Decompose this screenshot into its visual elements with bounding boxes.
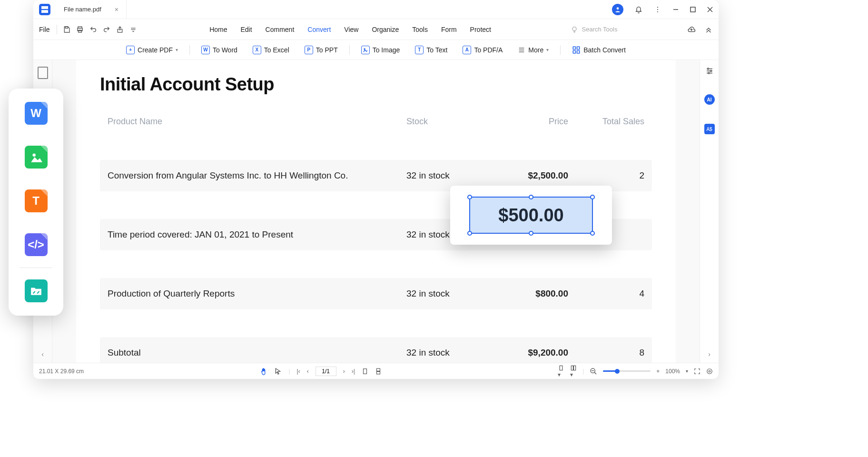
convert-to-text-icon[interactable]: T xyxy=(25,189,48,212)
print-icon[interactable] xyxy=(73,23,87,36)
last-page-icon[interactable]: ›| xyxy=(352,368,355,375)
col-header-stock: Stock xyxy=(406,117,483,127)
window-controls xyxy=(612,4,713,15)
chevron-down-icon[interactable]: ▾ xyxy=(686,368,688,374)
ribbon-tabs: Home Edit Comment Convert View Organize … xyxy=(209,26,491,33)
continuous-page-icon[interactable] xyxy=(375,368,382,375)
create-pdf-button[interactable]: + Create PDF ▾ xyxy=(122,44,182,56)
hand-tool-icon[interactable] xyxy=(260,368,267,375)
redo-icon[interactable] xyxy=(100,23,113,36)
minimize-icon[interactable] xyxy=(673,7,679,12)
search-tools-placeholder: Search Tools xyxy=(582,26,618,33)
to-ppt-label: To PPT xyxy=(316,46,338,54)
batch-folder-icon[interactable] xyxy=(25,279,48,302)
properties-icon[interactable] xyxy=(705,67,714,75)
cloud-upload-icon[interactable] xyxy=(687,25,696,34)
view-mode-2-icon[interactable]: ▾ xyxy=(570,365,577,378)
close-window-icon[interactable] xyxy=(707,7,713,12)
tab-edit[interactable]: Edit xyxy=(240,26,252,33)
selected-text-box[interactable]: $500.00 xyxy=(469,197,593,234)
table-header: Product Name Stock Price Total Sales xyxy=(100,111,652,132)
translate-badge-icon[interactable]: A$ xyxy=(704,124,715,134)
resize-handle-icon[interactable] xyxy=(467,231,472,236)
search-tools-field[interactable]: Search Tools xyxy=(571,26,618,33)
collapse-left-icon[interactable]: ‹ xyxy=(41,350,44,358)
tab-protect[interactable]: Protect xyxy=(470,26,491,33)
to-word-button[interactable]: W To Word xyxy=(197,44,241,56)
resize-handle-icon[interactable] xyxy=(467,195,472,199)
to-image-label: To Image xyxy=(373,46,400,54)
single-page-icon[interactable] xyxy=(362,368,368,375)
fullscreen-icon[interactable] xyxy=(694,368,700,375)
lightbulb-icon xyxy=(571,26,578,33)
save-icon[interactable] xyxy=(60,23,73,36)
cell-price: $2,500.00 xyxy=(483,170,568,181)
batch-convert-button[interactable]: Batch Convert xyxy=(568,44,630,56)
resize-handle-icon[interactable] xyxy=(590,195,595,199)
kebab-menu-icon[interactable] xyxy=(654,6,661,13)
page-number-input[interactable] xyxy=(316,367,336,376)
table-row: Subtotal 32 in stock $9,200.00 8 xyxy=(100,337,652,363)
zoom-in-icon[interactable]: + xyxy=(656,368,660,375)
tab-form[interactable]: Form xyxy=(441,26,457,33)
document-tab[interactable]: File name.pdf × xyxy=(56,0,127,19)
expand-right-icon[interactable]: › xyxy=(708,350,710,358)
prev-page-icon[interactable]: ‹ xyxy=(307,368,309,375)
to-text-button[interactable]: T To Text xyxy=(411,44,451,56)
page-dimensions: 21.01 X 29.69 cm xyxy=(39,368,84,375)
to-pdfa-button[interactable]: A To PDF/A xyxy=(459,44,506,56)
zoom-slider[interactable] xyxy=(603,370,651,372)
notifications-icon[interactable] xyxy=(635,6,642,13)
cell-name: Conversion from Angular Systems Inc. to … xyxy=(108,170,406,181)
to-excel-button[interactable]: X To Excel xyxy=(249,44,293,56)
svg-point-31 xyxy=(708,72,710,74)
svg-rect-34 xyxy=(376,371,380,374)
svg-point-29 xyxy=(710,70,711,72)
undo-icon[interactable] xyxy=(87,23,100,36)
app-window: File name.pdf × File Home Edit Comment C… xyxy=(33,0,719,379)
tab-organize[interactable]: Organize xyxy=(372,26,399,33)
convert-to-html-icon[interactable]: </> xyxy=(25,233,48,256)
svg-rect-10 xyxy=(65,27,68,28)
user-avatar-icon[interactable] xyxy=(612,4,623,15)
more-button[interactable]: More ▾ xyxy=(514,44,552,56)
tab-tools[interactable]: Tools xyxy=(412,26,428,33)
convert-to-word-icon[interactable]: W xyxy=(25,102,48,125)
convert-to-image-icon[interactable] xyxy=(25,146,48,169)
next-page-icon[interactable]: › xyxy=(343,368,345,375)
svg-rect-36 xyxy=(571,366,573,370)
maximize-icon[interactable] xyxy=(690,7,696,12)
to-ppt-button[interactable]: P To PPT xyxy=(301,44,342,56)
close-tab-icon[interactable]: × xyxy=(115,6,118,13)
tab-convert[interactable]: Convert xyxy=(307,26,331,33)
cell-stock: 32 in stock xyxy=(406,288,483,299)
svg-rect-37 xyxy=(574,366,576,370)
thumbnails-icon[interactable] xyxy=(38,67,48,79)
image-icon xyxy=(361,46,370,54)
file-menu[interactable]: File xyxy=(39,26,50,33)
zoom-level[interactable]: 100% xyxy=(665,368,680,375)
cell-stock: 32 in stock xyxy=(406,170,483,181)
tab-home[interactable]: Home xyxy=(209,26,227,33)
chevron-down-icon: ▾ xyxy=(176,47,178,52)
statusbar: 21.01 X 29.69 cm | |‹ ‹ › ›| ▾ ▾ | + 100… xyxy=(33,363,719,379)
quick-access-dropdown-icon[interactable] xyxy=(127,23,140,36)
tab-comment[interactable]: Comment xyxy=(266,26,295,33)
word-icon: W xyxy=(201,46,210,54)
fit-width-icon[interactable] xyxy=(706,368,713,375)
first-page-icon[interactable]: |‹ xyxy=(297,368,300,375)
resize-handle-icon[interactable] xyxy=(529,195,533,199)
ai-badge-icon[interactable]: AI xyxy=(704,94,715,105)
collapse-ribbon-icon[interactable] xyxy=(704,25,713,34)
resize-handle-icon[interactable] xyxy=(590,231,595,236)
resize-handle-icon[interactable] xyxy=(529,231,533,236)
select-tool-icon[interactable] xyxy=(274,368,282,375)
to-image-button[interactable]: To Image xyxy=(357,44,404,56)
tab-view[interactable]: View xyxy=(344,26,358,33)
share-icon[interactable] xyxy=(113,23,127,36)
convert-floating-panel: W T </> xyxy=(9,89,63,316)
svg-rect-22 xyxy=(573,47,575,49)
view-mode-1-icon[interactable]: ▾ xyxy=(558,365,564,378)
zoom-out-icon[interactable] xyxy=(590,368,597,375)
menubar: File Home Edit Comment Convert View Orga… xyxy=(33,19,719,40)
